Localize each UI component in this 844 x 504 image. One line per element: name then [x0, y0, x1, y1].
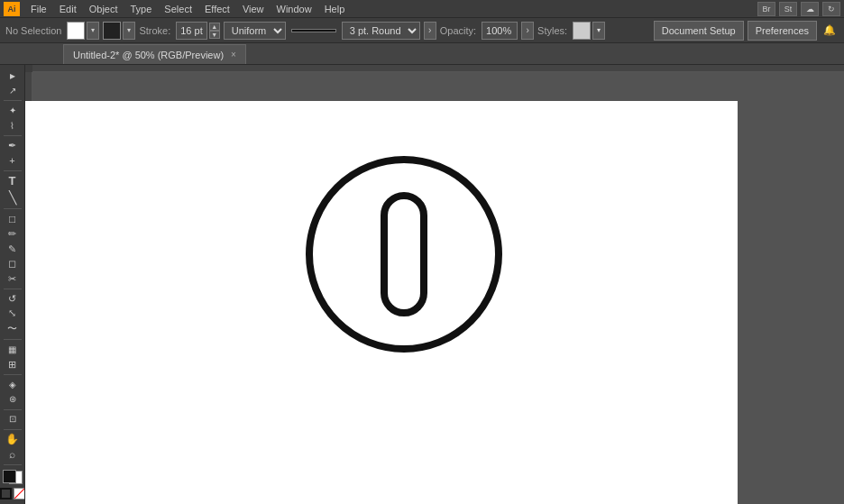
- fill-control: ▾: [67, 22, 99, 40]
- paintbrush-tool[interactable]: ✏: [2, 227, 23, 241]
- tool-separator-2: [4, 135, 22, 136]
- notification-icon[interactable]: 🔔: [821, 22, 839, 40]
- artboard: [25, 101, 738, 504]
- column-graph-tool[interactable]: ▦: [2, 343, 23, 356]
- opacity-value[interactable]: 100%: [482, 22, 518, 40]
- scale-tool[interactable]: ⤡: [2, 307, 23, 320]
- sync-icon[interactable]: ↻: [822, 2, 840, 16]
- tool-separator-6: [4, 339, 22, 340]
- menu-right-icons: Br St ☁ ↻: [757, 2, 840, 16]
- main-area: ▸ ↗ ✦ ⌇ ✒ + T ╲ □ ✏ ✎ ◻ ✂ ↺ ⤡ 〜 ▦ ⊞ ◈ ⊛ …: [0, 65, 844, 504]
- foreground-color-swatch[interactable]: [3, 470, 16, 483]
- menu-window[interactable]: Window: [271, 2, 317, 16]
- stroke-label: Stroke:: [139, 25, 170, 36]
- tab-title: Untitled-2* @ 50% (RGB/Preview): [73, 50, 224, 60]
- tab-bar: Untitled-2* @ 50% (RGB/Preview) ×: [0, 43, 844, 65]
- left-toolbar: ▸ ↗ ✦ ⌇ ✒ + T ╲ □ ✏ ✎ ◻ ✂ ↺ ⤡ 〜 ▦ ⊞ ◈ ⊛ …: [0, 65, 25, 504]
- menu-bar: Ai File Edit Object Type Select Effect V…: [0, 0, 844, 18]
- fill-dropdown[interactable]: ▾: [87, 22, 99, 40]
- zoom-tool[interactable]: ⌕: [2, 447, 23, 462]
- canvas-area[interactable]: [25, 65, 844, 504]
- tool-separator-9: [4, 429, 22, 430]
- menu-edit[interactable]: Edit: [54, 2, 82, 16]
- menu-effect[interactable]: Effect: [199, 2, 235, 16]
- pen-tool[interactable]: ✒: [2, 139, 23, 152]
- artboard-tool[interactable]: ⊡: [2, 412, 23, 426]
- styles-control: ▾: [573, 22, 605, 40]
- bridge-icon[interactable]: Br: [757, 2, 775, 16]
- menu-help[interactable]: Help: [319, 2, 351, 16]
- stroke-fill-indicators: [0, 488, 25, 499]
- style-swatch[interactable]: [573, 22, 591, 40]
- direct-select-tool[interactable]: ↗: [2, 84, 23, 97]
- color-swatches: [1, 470, 24, 484]
- menu-select[interactable]: Select: [159, 2, 197, 16]
- stroke-type-control: ▾: [103, 22, 135, 40]
- menu-view[interactable]: View: [237, 2, 270, 16]
- document-tab[interactable]: Untitled-2* @ 50% (RGB/Preview) ×: [63, 44, 246, 64]
- warp-tool[interactable]: 〜: [2, 321, 23, 336]
- document-setup-button[interactable]: Document Setup: [654, 21, 744, 41]
- none-indicator[interactable]: [14, 488, 25, 499]
- tool-separator-7: [4, 374, 22, 375]
- svg-rect-1: [384, 196, 424, 313]
- lasso-tool[interactable]: ⌇: [2, 119, 23, 133]
- tool-separator-5: [4, 289, 22, 289]
- tool-separator-3: [4, 170, 22, 171]
- stroke-line-preview: [291, 29, 336, 32]
- menu-object[interactable]: Object: [84, 2, 124, 16]
- tool-separator-1: [4, 100, 22, 101]
- tool-separator-4: [4, 208, 22, 209]
- line-tool[interactable]: ╲: [2, 189, 23, 206]
- stroke-up[interactable]: ▲: [209, 23, 220, 31]
- styles-label: Styles:: [537, 25, 567, 36]
- control-bar: No Selection ▾ ▾ Stroke: 16 pt ▲ ▼ Unifo…: [0, 18, 844, 43]
- app-logo: Ai: [4, 2, 20, 16]
- rectangle-tool[interactable]: □: [2, 212, 23, 226]
- pencil-tool[interactable]: ✎: [2, 242, 23, 255]
- stroke-width-value[interactable]: 16 pt: [176, 22, 206, 40]
- stroke-swatch[interactable]: [103, 22, 121, 40]
- add-anchor-tool[interactable]: +: [2, 153, 23, 167]
- rotate-tool[interactable]: ↺: [2, 291, 23, 305]
- select-tool[interactable]: ▸: [2, 69, 23, 83]
- stroke-spinners: ▲ ▼: [209, 22, 220, 40]
- tool-separator-10: [4, 464, 22, 465]
- type-tool[interactable]: T: [2, 173, 23, 188]
- stock-icon[interactable]: St: [779, 2, 797, 16]
- tool-separator-8: [4, 409, 22, 410]
- stroke-style-select[interactable]: 3 pt. Round: [342, 22, 420, 40]
- opacity-label: Opacity:: [440, 25, 476, 36]
- menu-type[interactable]: Type: [125, 2, 158, 16]
- scissors-tool[interactable]: ✂: [2, 271, 23, 285]
- preferences-button[interactable]: Preferences: [748, 21, 817, 41]
- top-ruler: [25, 65, 844, 72]
- magic-wand-tool[interactable]: ✦: [2, 104, 23, 117]
- mesh-tool[interactable]: ⊞: [2, 357, 23, 371]
- hand-tool[interactable]: ✋: [2, 432, 23, 446]
- fill-swatch[interactable]: [67, 22, 85, 40]
- stroke-uniform-select[interactable]: Uniform: [224, 22, 286, 40]
- menu-file[interactable]: File: [25, 2, 52, 16]
- opacity-expand[interactable]: ›: [521, 22, 534, 40]
- eraser-tool[interactable]: ◻: [2, 257, 23, 270]
- ruler-corner: [25, 65, 32, 72]
- stroke-down[interactable]: ▼: [209, 31, 220, 39]
- blend-tool[interactable]: ⊛: [2, 392, 23, 406]
- no-selection-label: No Selection: [5, 25, 61, 36]
- stroke-type-dropdown[interactable]: ▾: [123, 22, 135, 40]
- svg-point-0: [309, 160, 499, 349]
- eyedropper-tool[interactable]: ◈: [2, 378, 23, 391]
- expand-btn[interactable]: ›: [424, 22, 436, 40]
- cloud-icon[interactable]: ☁: [801, 2, 819, 16]
- tab-close-button[interactable]: ×: [231, 50, 236, 60]
- stroke-width-control: 16 pt ▲ ▼: [176, 22, 219, 40]
- artwork-svg: [296, 146, 512, 362]
- stroke-indicator[interactable]: [0, 488, 12, 499]
- style-dropdown[interactable]: ▾: [592, 22, 605, 40]
